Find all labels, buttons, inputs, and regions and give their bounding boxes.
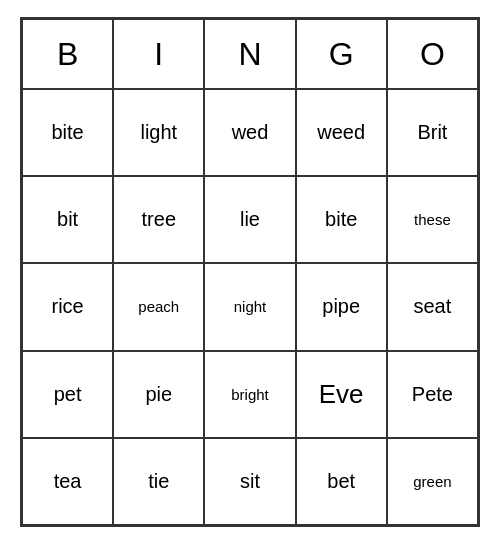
- cell-2-4: seat: [387, 263, 478, 350]
- cell-3-1: pie: [113, 351, 204, 438]
- cell-4-3: bet: [296, 438, 387, 525]
- cell-4-2: sit: [204, 438, 295, 525]
- cell-4-4: green: [387, 438, 478, 525]
- cell-1-4: these: [387, 176, 478, 263]
- cell-3-0: pet: [22, 351, 113, 438]
- cell-0-0: bite: [22, 89, 113, 176]
- cell-3-4: Pete: [387, 351, 478, 438]
- cell-0-2: wed: [204, 89, 295, 176]
- header-i: I: [113, 19, 204, 89]
- cell-3-2: bright: [204, 351, 295, 438]
- cell-1-0: bit: [22, 176, 113, 263]
- cell-2-2: night: [204, 263, 295, 350]
- cell-2-0: rice: [22, 263, 113, 350]
- cell-3-3: Eve: [296, 351, 387, 438]
- cell-0-1: light: [113, 89, 204, 176]
- cell-0-4: Brit: [387, 89, 478, 176]
- cell-0-3: weed: [296, 89, 387, 176]
- cell-4-0: tea: [22, 438, 113, 525]
- bingo-card: B I N G O bite light wed weed Brit bit t…: [20, 17, 480, 527]
- cell-2-1: peach: [113, 263, 204, 350]
- cell-4-1: tie: [113, 438, 204, 525]
- header-b: B: [22, 19, 113, 89]
- cell-1-1: tree: [113, 176, 204, 263]
- header-n: N: [204, 19, 295, 89]
- header-o: O: [387, 19, 478, 89]
- header-g: G: [296, 19, 387, 89]
- cell-2-3: pipe: [296, 263, 387, 350]
- cell-1-3: bite: [296, 176, 387, 263]
- cell-1-2: lie: [204, 176, 295, 263]
